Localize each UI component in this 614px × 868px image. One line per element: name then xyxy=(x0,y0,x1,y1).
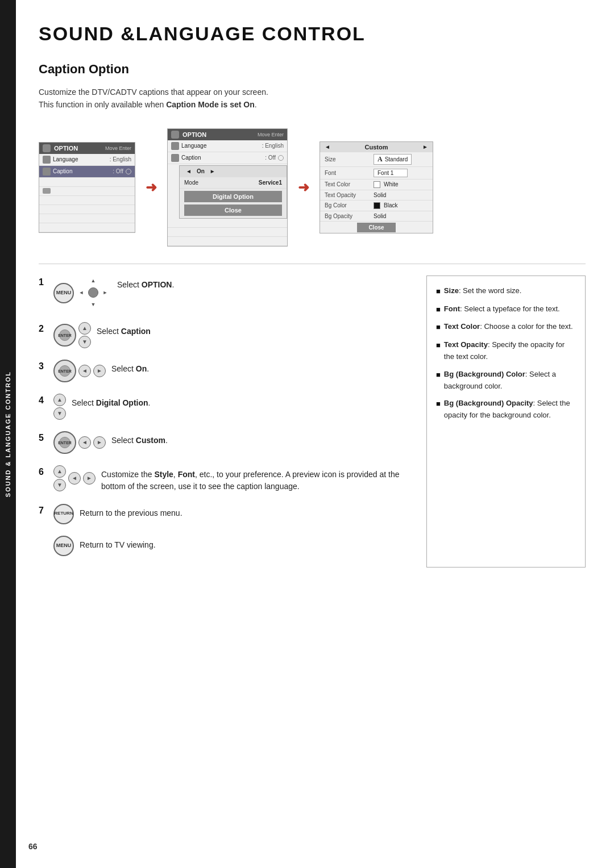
menu1-title: OPTION xyxy=(54,145,78,152)
cp-nav: ◄ Custom ► xyxy=(320,142,433,152)
return-button: RETURN xyxy=(53,504,74,524)
cp-bg-opacity-label: Bg Opacity xyxy=(325,213,370,219)
page-title: SOUND &LANGUAGE CONTROL xyxy=(39,23,586,45)
cp-bg-color-swatch xyxy=(374,202,380,209)
menu-button-1: MENU xyxy=(53,283,74,303)
cp-text-color-value: White xyxy=(384,181,399,187)
step-3: 3 ENTER ◄ ► Select On. xyxy=(39,360,409,382)
menu1-row1-icon xyxy=(43,156,51,164)
menu-button-end: MENU xyxy=(53,536,74,556)
note-size: ■ Size: Set the word size. xyxy=(436,285,576,298)
menu1-icon2 xyxy=(39,205,135,214)
menu2-icon xyxy=(171,131,179,139)
cp-title: Custom xyxy=(365,144,388,151)
menu1-row1-value: : English xyxy=(110,156,131,162)
nav-cross-1: ▲ ▼ ◄ ► xyxy=(76,276,111,311)
page-number: 66 xyxy=(28,842,38,851)
menu1-row2-label: Caption xyxy=(53,168,110,174)
menu1-header: OPTION Move Enter xyxy=(39,143,135,154)
digital-option-popup: ◄ On ► Mode Service1 Digital Option Clos… xyxy=(179,165,287,219)
cp-close-btn[interactable]: Close xyxy=(357,223,395,232)
left-arrow-5: ◄ xyxy=(78,436,91,449)
note-bg-opacity: ■ Bg (Background) Opacity: Select the op… xyxy=(436,398,576,422)
section-title: Caption Option xyxy=(39,62,586,77)
cp-bg-opacity-value: Solid xyxy=(374,213,386,219)
popup-close-btn[interactable]: Close xyxy=(184,205,282,216)
up-arrow-2: ▲ xyxy=(78,322,91,335)
step-6-icons: ▲ ▼ ◄ ► xyxy=(53,465,96,491)
lr-arrows-5: ◄ ► xyxy=(78,436,106,449)
step-7-icons: RETURN xyxy=(53,504,74,524)
left-arrow-6: ◄ xyxy=(68,472,81,485)
note-font: ■ Font: Select a typeface for the text. xyxy=(436,303,576,316)
step-5-text: Select Custom. xyxy=(111,435,168,446)
menu2-title: OPTION xyxy=(182,131,206,138)
up-down-4: ▲ ▼ xyxy=(53,394,66,420)
menu1-icon1 xyxy=(39,187,135,196)
menu1-row1: Language : English xyxy=(39,154,135,166)
cp-text-color-swatch xyxy=(374,181,380,188)
down-arrow-2: ▼ xyxy=(78,336,91,348)
cp-text-color-row: Text Color White xyxy=(320,180,433,190)
digital-option-btn[interactable]: Digital Option xyxy=(184,191,282,202)
right-arrow-5: ► xyxy=(93,436,106,449)
menu-screenshot-2: OPTION Move Enter Language : English Cap… xyxy=(167,128,288,247)
menu2-row1: Language : English xyxy=(168,140,287,152)
cp-size-label: Size xyxy=(325,156,370,162)
step-6-text: Customize the Style, Font, etc., to your… xyxy=(101,469,409,493)
menu2-row2-circle xyxy=(278,155,284,161)
description: Customize the DTV/CADTV captions that ap… xyxy=(39,86,586,111)
cp-bg-color-label: Bg Color xyxy=(325,202,370,208)
menu1-empty3 xyxy=(39,214,135,223)
menu2-icon1 xyxy=(168,228,287,237)
up-arrow-6: ▲ xyxy=(53,465,66,478)
menu2-header: OPTION Move Enter xyxy=(168,129,287,140)
popup-on-value: On xyxy=(197,168,205,174)
step-2-icons: ENTER ▲ ▼ xyxy=(53,322,91,348)
menu1-row2-circle xyxy=(126,169,131,174)
up-down-6: ▲ ▼ xyxy=(53,465,66,491)
cp-nav-right: ► xyxy=(422,144,428,150)
steps-left: 1 MENU ▲ ▼ ◄ ► Select OPTION. 2 xyxy=(39,276,409,567)
lr-arrows-6: ◄ ► xyxy=(68,472,96,485)
step-7: 7 RETURN Return to the previous menu. xyxy=(39,504,409,524)
step-6: 6 ▲ ▼ ◄ ► Customize the Style, Font, etc… xyxy=(39,465,409,493)
menu2-row2-icon xyxy=(171,154,179,162)
enter-button-2: ENTER xyxy=(53,324,76,347)
menu1-row2-icon xyxy=(43,168,51,176)
popup-nav-right: ► xyxy=(208,168,217,174)
step-5: 5 ENTER ◄ ► Select Custom. xyxy=(39,431,409,454)
step-1-text: Select OPTION. xyxy=(117,279,174,291)
menu2-row2: Caption : Off xyxy=(168,152,287,164)
step-3-text: Select On. xyxy=(111,363,149,375)
cp-font-row: Font Font 1 xyxy=(320,167,433,180)
right-arrow-3: ► xyxy=(93,365,106,377)
popup-mode-label: Mode xyxy=(184,180,255,186)
description-line1: Customize the DTV/CADTV captions that ap… xyxy=(39,86,586,98)
menu2-empty2 xyxy=(168,237,287,246)
section-divider xyxy=(39,264,586,264)
menu-screenshot-1: OPTION Move Enter Language : English Cap… xyxy=(39,142,135,233)
cp-bg-color-value: Black xyxy=(384,202,397,208)
step-1-icons: MENU ▲ ▼ ◄ ► xyxy=(53,276,111,311)
step-menu: MENU Return to TV viewing. xyxy=(39,536,409,556)
lr-arrows-3: ◄ ► xyxy=(78,365,106,377)
cp-text-opacity-value: Solid xyxy=(374,192,386,198)
popup-mode-value: Service1 xyxy=(259,180,282,186)
menu1-nav: Move Enter xyxy=(105,145,131,151)
step-4: 4 ▲ ▼ Select Digital Option. xyxy=(39,394,409,420)
notes-box: ■ Size: Set the word size. ■ Font: Selec… xyxy=(426,276,586,567)
note-text-color: ■ Text Color: Choose a color for the tex… xyxy=(436,321,576,333)
step-menu-text: Return to TV viewing. xyxy=(80,539,156,551)
menu2-row1-label: Language xyxy=(181,143,260,149)
cp-text-color-label: Text Color xyxy=(325,181,370,187)
cp-nav-left: ◄ xyxy=(325,144,330,150)
menu2-row1-value: : English xyxy=(262,143,284,149)
menu1-empty1 xyxy=(39,178,135,187)
up-down-2: ▲ ▼ xyxy=(78,322,91,348)
menu1-icon xyxy=(43,144,51,152)
menu1-row1-label: Language xyxy=(53,156,107,162)
step-2: 2 ENTER ▲ ▼ Select Caption xyxy=(39,322,409,348)
arrow1: ➜ xyxy=(141,180,161,195)
steps-section: 1 MENU ▲ ▼ ◄ ► Select OPTION. 2 xyxy=(39,276,586,567)
